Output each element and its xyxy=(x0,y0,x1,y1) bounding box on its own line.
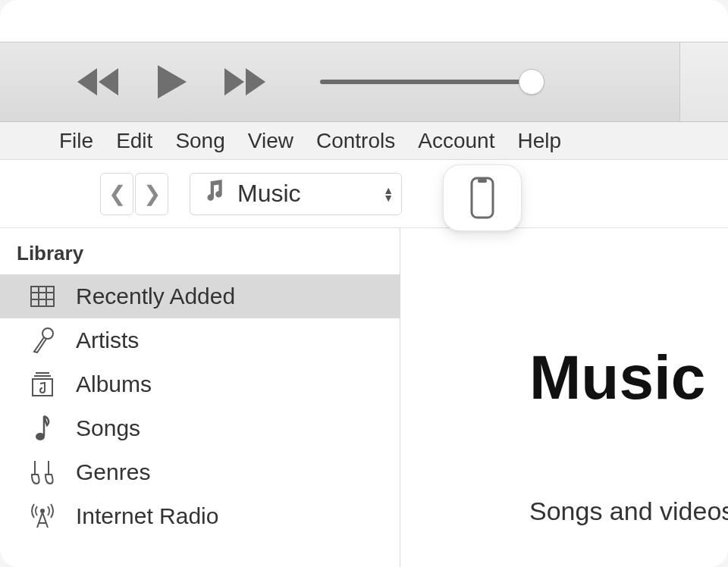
play-icon xyxy=(153,64,190,100)
chevron-right-icon: ❯ xyxy=(143,181,161,206)
fast-forward-icon xyxy=(223,68,267,96)
svg-point-7 xyxy=(42,328,53,339)
menu-song[interactable]: Song xyxy=(175,129,224,153)
sidebar-item-albums[interactable]: Albums xyxy=(0,362,400,406)
chevron-left-icon: ❮ xyxy=(108,181,126,206)
grid-icon xyxy=(27,286,58,307)
svg-rect-1 xyxy=(478,179,487,183)
source-label: Music xyxy=(237,180,301,208)
note-icon xyxy=(27,415,58,442)
toolbar: ❮ ❯ Music ▲▼ xyxy=(0,160,728,228)
music-note-icon xyxy=(204,180,224,208)
fast-forward-button[interactable] xyxy=(223,68,267,96)
play-button[interactable] xyxy=(153,64,190,100)
sidebar-item-artists[interactable]: Artists xyxy=(0,318,400,362)
microphone-icon xyxy=(27,327,58,353)
radio-tower-icon xyxy=(27,503,58,529)
sidebar-item-recently-added[interactable]: Recently Added xyxy=(0,274,400,318)
player-bar xyxy=(0,42,728,122)
dropdown-stepper-icon: ▲▼ xyxy=(383,186,394,202)
guitars-icon xyxy=(27,459,58,485)
main-panel: Music Songs and videos you add to iTunes… xyxy=(400,228,728,567)
album-icon xyxy=(27,371,58,397)
volume-thumb[interactable] xyxy=(519,69,544,95)
sidebar: Library Recently Added xyxy=(0,228,400,567)
rewind-button[interactable] xyxy=(76,68,120,96)
app-window: File Edit Song View Controls Account Hel… xyxy=(0,0,728,567)
sidebar-item-label: Genres xyxy=(76,459,150,485)
content-area: Library Recently Added xyxy=(0,228,728,567)
sidebar-header: Library xyxy=(0,237,400,274)
source-dropdown[interactable]: Music ▲▼ xyxy=(190,173,402,215)
svg-rect-0 xyxy=(472,178,493,218)
menu-account[interactable]: Account xyxy=(418,129,494,153)
menu-file[interactable]: File xyxy=(59,129,93,153)
volume-slider[interactable] xyxy=(320,80,540,84)
svg-point-11 xyxy=(36,433,45,440)
main-subtitle: Songs and videos you add to iTunes appea… xyxy=(529,497,728,526)
svg-rect-2 xyxy=(31,287,54,306)
sidebar-item-label: Internet Radio xyxy=(76,503,218,529)
player-bar-divider xyxy=(679,42,728,121)
menu-bar: File Edit Song View Controls Account Hel… xyxy=(0,122,728,160)
nav-back-button[interactable]: ❮ xyxy=(100,173,133,215)
main-title: Music xyxy=(529,342,728,413)
nav-forward-button[interactable]: ❯ xyxy=(135,173,168,215)
sidebar-item-label: Artists xyxy=(76,327,139,353)
sidebar-item-label: Recently Added xyxy=(76,284,235,309)
menu-view[interactable]: View xyxy=(248,129,293,153)
sidebar-item-genres[interactable]: Genres xyxy=(0,450,400,494)
sidebar-item-label: Songs xyxy=(76,415,140,441)
sidebar-item-internet-radio[interactable]: Internet Radio xyxy=(0,494,400,538)
volume-track xyxy=(320,80,540,84)
sidebar-item-songs[interactable]: Songs xyxy=(0,406,400,450)
menu-help[interactable]: Help xyxy=(517,129,561,153)
menu-controls[interactable]: Controls xyxy=(316,129,395,153)
device-button[interactable] xyxy=(443,164,522,231)
sidebar-item-label: Albums xyxy=(76,371,152,397)
rewind-icon xyxy=(76,68,120,96)
menu-edit[interactable]: Edit xyxy=(116,129,152,153)
phone-icon xyxy=(469,177,496,219)
